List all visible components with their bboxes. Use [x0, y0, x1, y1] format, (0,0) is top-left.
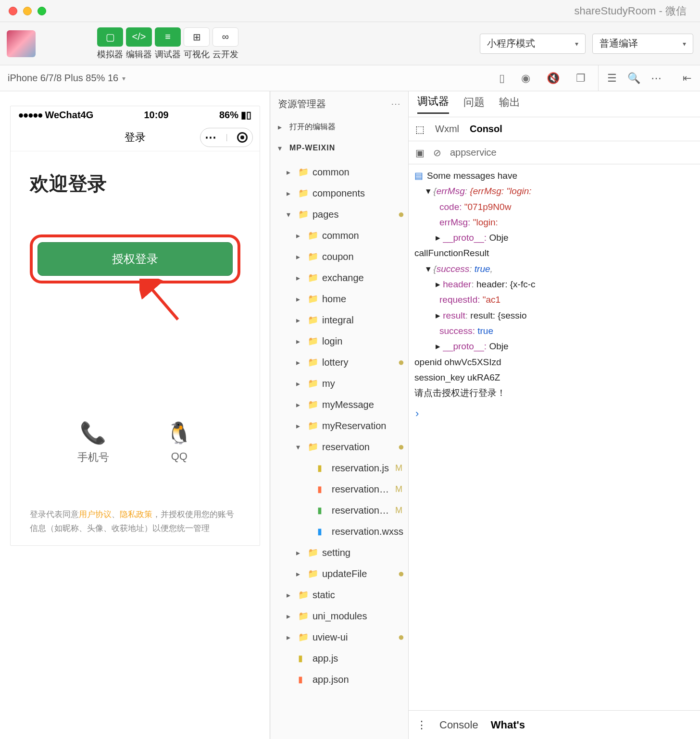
- cloud-button[interactable]: ∞ 云开发: [212, 27, 238, 60]
- folder-item[interactable]: ▸📁setting: [270, 542, 408, 563]
- folder-item[interactable]: ▸📁components: [270, 183, 408, 204]
- cloud-icon: ∞: [212, 27, 238, 47]
- project-root[interactable]: ▾MP-WEIXIN: [270, 137, 408, 159]
- folder-item[interactable]: ▸📁coupon: [270, 246, 408, 267]
- folder-item[interactable]: ▸📁uview-ui●: [270, 627, 408, 648]
- debugger-button[interactable]: ≡ 调试器: [155, 27, 181, 60]
- minimize-window-button[interactable]: [23, 7, 32, 15]
- folder-item[interactable]: ▸📁lottery●: [270, 352, 408, 373]
- privacy-policy-link[interactable]: 隐私政策: [120, 510, 152, 519]
- inspect-icon[interactable]: ⬚: [415, 123, 425, 135]
- console-output: ▤Some messages have ▾ {errMsg: {errMsg: …: [409, 164, 700, 405]
- phone-login-button[interactable]: 📞 手机号: [77, 420, 109, 465]
- folder-item[interactable]: ▸📁exchange: [270, 267, 408, 288]
- folder-item[interactable]: ▸📁myMessage: [270, 394, 408, 415]
- folder-item[interactable]: ▸📁login: [270, 331, 408, 352]
- rotate-icon[interactable]: ▯: [499, 72, 505, 85]
- window-titlebar: shareStudyRoom - 微信: [0, 0, 700, 22]
- zoom-window-button[interactable]: [38, 7, 46, 15]
- file-icon: ▮: [317, 463, 328, 473]
- visual-button[interactable]: ⊞ 可视化: [184, 27, 210, 60]
- mode-dropdown-label: 小程序模式: [487, 37, 535, 50]
- console-prompt[interactable]: ›: [409, 405, 700, 423]
- folder-item[interactable]: ▸📁myReservation: [270, 415, 408, 436]
- file-icon: ▮: [317, 484, 328, 494]
- project-avatar[interactable]: [7, 30, 36, 57]
- folder-icon: 📁: [298, 590, 309, 600]
- debugger-icon: ≡: [155, 27, 181, 47]
- folder-icon: 📁: [298, 167, 309, 177]
- folder-item[interactable]: ▸📁home: [270, 288, 408, 309]
- folder-item[interactable]: ▸📁updateFile●: [270, 563, 408, 584]
- file-item[interactable]: ▮reservation.wxss: [270, 521, 408, 542]
- folder-icon: 📁: [308, 442, 318, 452]
- search-icon[interactable]: 🔍: [627, 72, 640, 85]
- folder-item[interactable]: ▸📁static: [270, 584, 408, 605]
- tab-debugger[interactable]: 调试器: [417, 94, 449, 114]
- devtools-footer: ⋮ Console What's: [409, 710, 700, 739]
- folder-icon: 📁: [308, 420, 318, 431]
- footer-tab-console[interactable]: Console: [439, 719, 478, 731]
- signal-icon: ●●●●●: [18, 110, 42, 120]
- file-item[interactable]: ▮reservation.jsM: [270, 457, 408, 479]
- open-editors-section[interactable]: ▸打开的编辑器: [270, 116, 408, 137]
- console-toolbar: ▣ ⊘ appservice: [409, 141, 700, 164]
- tab-console[interactable]: Consol: [470, 123, 502, 135]
- clear-icon[interactable]: ⊘: [433, 147, 441, 159]
- folder-icon: 📁: [308, 272, 318, 283]
- list-icon[interactable]: ☰: [607, 72, 617, 85]
- mode-dropdown[interactable]: 小程序模式 ▾: [480, 34, 586, 54]
- qq-login-button[interactable]: 🐧 QQ: [166, 420, 192, 465]
- debugger-label: 调试器: [155, 49, 181, 60]
- close-window-button[interactable]: [9, 7, 17, 15]
- menu-icon[interactable]: ⋯: [205, 131, 216, 144]
- folder-item[interactable]: ▸📁uni_modules: [270, 605, 408, 627]
- record-icon[interactable]: ◉: [521, 72, 530, 85]
- folder-item[interactable]: ▸📁common: [270, 161, 408, 183]
- more-icon[interactable]: ⋮: [416, 719, 427, 731]
- editor-button[interactable]: </> 编辑器: [126, 27, 152, 60]
- folder-item[interactable]: ▾📁reservation●: [270, 436, 408, 457]
- chevron-down-icon: ▾: [683, 40, 686, 48]
- folder-item[interactable]: ▸📁common: [270, 225, 408, 246]
- folder-item[interactable]: ▸📁integral: [270, 309, 408, 331]
- device-selector[interactable]: iPhone 6/7/8 Plus 85% 16 ▾: [0, 73, 133, 84]
- folder-icon: 📁: [308, 357, 318, 368]
- qq-login-label: QQ: [171, 450, 188, 463]
- file-item[interactable]: ▮reservation.w…M: [270, 500, 408, 521]
- file-item[interactable]: ▮reservation.js…M: [270, 479, 408, 500]
- visual-label: 可视化: [184, 49, 210, 60]
- folder-item[interactable]: ▸📁my: [270, 373, 408, 394]
- file-tree: ▸📁common▸📁components▾📁pages●▸📁common▸📁co…: [270, 159, 408, 693]
- tab-output[interactable]: 输出: [499, 95, 520, 113]
- auth-login-button[interactable]: 授权登录: [38, 242, 233, 276]
- more-icon[interactable]: ⋯: [391, 98, 400, 110]
- nav-title: 登录: [125, 130, 146, 145]
- compile-dropdown[interactable]: 普通编译 ▾: [592, 34, 693, 54]
- view-buttons: ▢ 模拟器 </> 编辑器 ≡ 调试器 ⊞ 可视化 ∞ 云开发: [97, 27, 238, 60]
- more-icon[interactable]: ⋯: [651, 72, 662, 85]
- service-selector[interactable]: appservice: [450, 147, 497, 158]
- visual-icon: ⊞: [184, 27, 210, 47]
- file-item[interactable]: ▮app.json: [270, 669, 408, 690]
- phone-login-label: 手机号: [77, 450, 109, 465]
- file-item[interactable]: ▮app.js: [270, 648, 408, 669]
- editor-icon: </>: [126, 27, 152, 47]
- close-miniprogram-icon[interactable]: [237, 132, 248, 143]
- mute-icon[interactable]: 🔇: [547, 72, 560, 85]
- tab-problems[interactable]: 问题: [463, 95, 485, 113]
- eye-icon[interactable]: ▣: [415, 147, 425, 159]
- welcome-heading: 欢迎登录: [30, 171, 240, 197]
- simulator-button[interactable]: ▢ 模拟器: [97, 27, 123, 60]
- folder-icon: 📁: [308, 399, 318, 410]
- folder-item[interactable]: ▾📁pages●: [270, 204, 408, 225]
- user-agreement-link[interactable]: 用户协议: [79, 510, 112, 519]
- folder-icon: 📁: [308, 568, 318, 579]
- detach-icon[interactable]: ❐: [576, 72, 586, 85]
- footer-tab-whatsnew[interactable]: What's: [491, 719, 525, 731]
- folder-icon: 📁: [298, 188, 309, 198]
- toggle-panel-icon[interactable]: ⇤: [683, 72, 691, 85]
- folder-icon: 📁: [308, 251, 318, 262]
- tab-wxml[interactable]: Wxml: [435, 123, 459, 135]
- console-line: 请点击授权进行登录！: [414, 385, 694, 401]
